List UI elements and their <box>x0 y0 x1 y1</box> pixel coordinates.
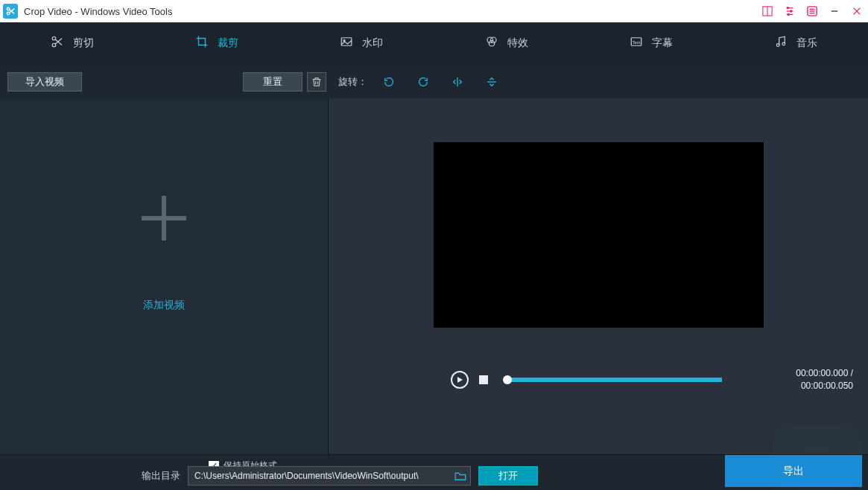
svg-point-23 <box>489 41 495 47</box>
svg-point-27 <box>782 42 785 45</box>
layout-icon[interactable] <box>756 0 779 22</box>
titlebar: Crop Video - Windows Video Tools <box>0 0 868 22</box>
flip-vertical-button[interactable] <box>482 72 501 92</box>
open-folder-button[interactable]: 打开 <box>478 466 538 486</box>
delete-button[interactable] <box>307 72 326 92</box>
minimize-button[interactable] <box>823 0 846 22</box>
play-button[interactable] <box>451 371 469 389</box>
plus-icon <box>142 196 186 241</box>
tab-label: 剪切 <box>73 36 94 50</box>
reset-button[interactable]: 重置 <box>243 72 302 92</box>
time-readout: 00:00:00.000 / 00:00:00.050 <box>796 367 853 392</box>
music-icon <box>774 35 788 51</box>
tab-subtitle[interactable]: Text 字幕 <box>579 22 723 65</box>
scissors-icon <box>51 35 64 51</box>
timeline-handle[interactable] <box>503 375 512 384</box>
tab-cut[interactable]: 剪切 <box>0 22 145 65</box>
main-area: 添加视频 00:00:00.000 / 00:00:00.050 <box>0 98 868 454</box>
import-video-button[interactable]: 导入视频 <box>7 72 82 92</box>
time-current: 00:00:00.000 <box>796 368 848 378</box>
bottom-bar: ✓ 保持原始格式 输出目录 C:\Users\Administrator\Doc… <box>0 454 868 490</box>
effects-icon <box>485 35 498 51</box>
player-controls: 00:00:00.000 / 00:00:00.050 <box>329 371 868 389</box>
tab-label: 特效 <box>507 36 528 50</box>
close-button[interactable] <box>846 0 868 22</box>
add-video-dropzone[interactable]: 添加视频 <box>0 98 328 454</box>
svg-text:Text: Text <box>632 40 640 45</box>
svg-point-9 <box>788 13 789 15</box>
tab-effects[interactable]: 特效 <box>434 22 579 65</box>
tab-watermark[interactable]: 水印 <box>289 22 434 65</box>
preview-pane: 00:00:00.000 / 00:00:00.050 <box>329 98 868 454</box>
svg-point-8 <box>791 10 792 12</box>
svg-point-18 <box>52 43 56 47</box>
tab-music[interactable]: 音乐 <box>723 22 868 65</box>
rotate-left-button[interactable] <box>379 72 399 92</box>
window-title: Crop Video - Windows Video Tools <box>24 6 172 17</box>
svg-point-22 <box>490 37 496 43</box>
stop-button[interactable] <box>479 375 488 384</box>
output-dir-label: 输出目录 <box>142 469 180 483</box>
tab-label: 音乐 <box>796 36 817 50</box>
output-path-field[interactable]: C:\Users\Administrator\Documents\VideoWi… <box>188 466 471 486</box>
tab-bar: 剪切 裁剪 水印 特效 Text 字幕 音乐 <box>0 22 868 65</box>
rotate-label: 旋转： <box>338 75 367 89</box>
time-total: 00:00:00.050 <box>801 381 853 391</box>
svg-point-7 <box>787 7 788 8</box>
timeline-slider[interactable] <box>506 378 722 382</box>
toolbar: 导入视频 重置 旋转： <box>0 65 868 98</box>
add-video-text: 添加视频 <box>143 299 185 312</box>
tab-label: 裁剪 <box>218 36 238 50</box>
rotate-group <box>379 72 501 92</box>
tab-label: 水印 <box>362 36 383 50</box>
tab-crop[interactable]: 裁剪 <box>145 22 289 65</box>
app-icon <box>3 4 18 19</box>
video-list-pane: 添加视频 <box>0 98 329 454</box>
watermark-icon <box>340 35 353 51</box>
settings-icon[interactable] <box>779 0 801 22</box>
export-button[interactable]: 导出 <box>725 455 862 487</box>
tab-label: 字幕 <box>652 36 673 50</box>
rotate-right-button[interactable] <box>414 72 433 92</box>
crop-icon <box>195 35 209 51</box>
flip-horizontal-button[interactable] <box>448 72 467 92</box>
video-preview[interactable] <box>434 142 764 328</box>
svg-point-17 <box>52 36 56 40</box>
browse-folder-button[interactable] <box>454 469 467 483</box>
svg-point-26 <box>776 44 779 47</box>
menu-icon[interactable] <box>801 0 823 22</box>
subtitle-icon: Text <box>630 35 643 51</box>
output-path-text: C:\Users\Administrator\Documents\VideoWi… <box>194 471 419 481</box>
